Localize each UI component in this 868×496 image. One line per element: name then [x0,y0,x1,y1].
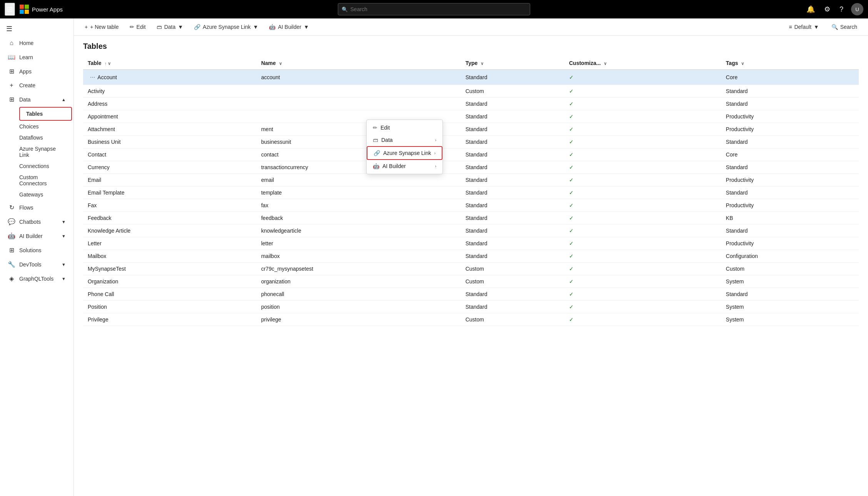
sidebar-item-devtools[interactable]: 🔧 DevTools ▼ [2,258,72,271]
sidebar-item-learn[interactable]: 📖 Learn [2,50,72,64]
cell-name: privilege [257,313,461,326]
sidebar-item-choices[interactable]: Choices [19,121,72,132]
table-row[interactable]: AttachmentmentStandard✓Productivity [83,123,859,136]
sidebar-item-label: DevTools [19,261,42,268]
ai-builder-chevron-icon: ▼ [304,24,309,30]
ai-builder-button[interactable]: 🤖 AI Builder ▼ [264,22,314,32]
azure-synapse-link-button[interactable]: 🔗 Azure Synapse Link ▼ [189,22,263,32]
sidebar-item-tables[interactable]: Tables [19,107,72,121]
context-menu-item-edit[interactable]: ✏ Edit [367,122,442,134]
sidebar-item-label: Apps [19,68,32,75]
table-row[interactable]: AddressStandard✓Standard [83,98,859,110]
cell-tags: Standard [721,288,859,301]
table-row[interactable]: EmailemailStandard✓Productivity [83,174,859,186]
sidebar-item-create[interactable]: + Create [2,79,72,92]
sidebar-item-data[interactable]: ⊞ Data ▲ [2,93,72,106]
data-context-chevron-icon: › [435,138,437,142]
table-sort-icon: ↑ ∨ [104,61,111,66]
main-content: + + New table ✏ Edit 🗃 Data ▼ 🔗 Azure Sy… [74,18,868,496]
sidebar-item-custom-connectors[interactable]: Custom Connectors [19,172,72,189]
sidebar-collapse-button[interactable]: ☰ [0,22,73,36]
more-options-button[interactable]: ··· [88,73,97,82]
default-button[interactable]: ≡ Default ▼ [784,22,823,32]
table-row[interactable]: PrivilegeprivilegeCustom✓System [83,313,859,326]
edit-button[interactable]: ✏ Edit [125,22,150,32]
col-header-type[interactable]: Type ∨ [461,57,564,70]
sidebar-item-flows[interactable]: ↻ Flows [2,201,72,214]
table-row[interactable]: MailboxmailboxStandard✓Configuration [83,250,859,263]
solutions-icon: ⊞ [8,246,15,254]
cell-customizable: ✓ [564,225,721,237]
cell-tags: Standard [721,161,859,174]
checkmark-icon: ✓ [569,240,574,246]
cell-type: Custom [461,313,564,326]
col-header-table[interactable]: Table ↑ ∨ [83,57,257,70]
data-button[interactable]: 🗃 Data ▼ [152,22,188,32]
cell-type: Standard [461,136,564,148]
table-row[interactable]: PositionpositionStandard✓System [83,301,859,313]
table-row[interactable]: FeedbackfeedbackStandard✓KB [83,212,859,225]
col-header-tags[interactable]: Tags ∨ [721,57,859,70]
col-header-name[interactable]: Name ∨ [257,57,461,70]
toolbar-search-button[interactable]: 🔍 Search [827,22,862,32]
context-menu-item-azure-synapse-link[interactable]: 🔗 Azure Synapse Link › [367,146,442,160]
table-row[interactable]: ContactcontactStandard✓Core [83,148,859,161]
sidebar-item-gateways[interactable]: Gateways [19,189,72,200]
cell-customizable: ✓ [564,263,721,275]
cell-name [257,85,461,98]
ai-builder-icon: 🤖 [8,232,15,240]
table-row[interactable]: Phone CallphonecallStandard✓Standard [83,288,859,301]
checkmark-icon: ✓ [569,215,574,221]
sidebar: ☰ ⌂ Home 📖 Learn ⊞ Apps + Create ⊞ Data … [0,18,74,496]
new-table-button[interactable]: + + New table [80,22,124,32]
notification-button[interactable]: 🔔 [805,3,816,15]
table-row[interactable]: MySynapseTestcr79c_mysynapsetestCustom✓C… [83,263,859,275]
sidebar-item-solutions[interactable]: ⊞ Solutions [2,243,72,257]
apps-icon: ⊞ [8,68,15,75]
table-row[interactable]: ActivityCustom✓Standard [83,85,859,98]
devtools-chevron-icon: ▼ [62,262,66,267]
table-row[interactable]: LetterletterStandard✓Productivity [83,237,859,250]
settings-button[interactable]: ⚙ [823,3,832,15]
table-row[interactable]: Business UnitbusinessunitStandard✓Standa… [83,136,859,148]
cell-name: cr79c_mysynapsetest [257,263,461,275]
data-chevron-icon: ▲ [62,97,66,102]
sidebar-item-apps[interactable]: ⊞ Apps [2,65,72,78]
sidebar-item-chatbots[interactable]: 💬 Chatbots ▼ [2,215,72,228]
cell-name: organization [257,275,461,288]
col-header-customiza[interactable]: Customiza... ∨ [564,57,721,70]
sidebar-item-connections[interactable]: Connections [19,161,72,171]
table-row[interactable]: OrganizationorganizationCustom✓System [83,275,859,288]
sidebar-item-home[interactable]: ⌂ Home [2,37,72,50]
data-context-icon: 🗃 [373,137,378,143]
waffle-button[interactable]: ⊞ [5,3,15,16]
checkmark-icon: ✓ [569,291,574,297]
cell-tags: Productivity [721,174,859,186]
name-sort-icon: ∨ [279,61,282,66]
table-row[interactable]: Knowledge ArticleknowledgearticleStandar… [83,225,859,237]
context-menu-item-ai-builder[interactable]: 🤖 AI Builder › [367,160,442,172]
table-row[interactable]: AppointmentStandard✓Productivity [83,110,859,123]
cell-name: template [257,186,461,199]
cell-table: Currency [83,161,257,174]
avatar[interactable]: U [851,3,863,15]
table-row[interactable]: ···AccountaccountStandard✓Core [83,70,859,85]
help-button[interactable]: ? [838,4,845,15]
top-search-icon: 🔍 [342,7,348,12]
top-search-input[interactable] [338,3,530,15]
context-menu-item-data[interactable]: 🗃 Data › [367,134,442,146]
sidebar-item-azure-synapse-link[interactable]: Azure Synapse Link [19,143,72,160]
sidebar-item-ai-builder[interactable]: 🤖 AI Builder ▼ [2,229,72,243]
cell-customizable: ✓ [564,123,721,136]
table-row[interactable]: Email TemplatetemplateStandard✓Standard [83,186,859,199]
table-row[interactable]: FaxfaxStandard✓Productivity [83,199,859,212]
cell-type: Custom [461,85,564,98]
cell-type: Standard [461,148,564,161]
cell-table: Business Unit [83,136,257,148]
sidebar-item-graphqltools[interactable]: ◈ GraphQLTools ▼ [2,272,72,285]
cell-table: MySynapseTest [83,263,257,275]
table-row[interactable]: CurrencytransactioncurrencyStandard✓Stan… [83,161,859,174]
sidebar-item-dataflows[interactable]: Dataflows [19,132,72,143]
azure-synapse-chevron-icon: ▼ [253,24,259,30]
cell-type: Standard [461,288,564,301]
